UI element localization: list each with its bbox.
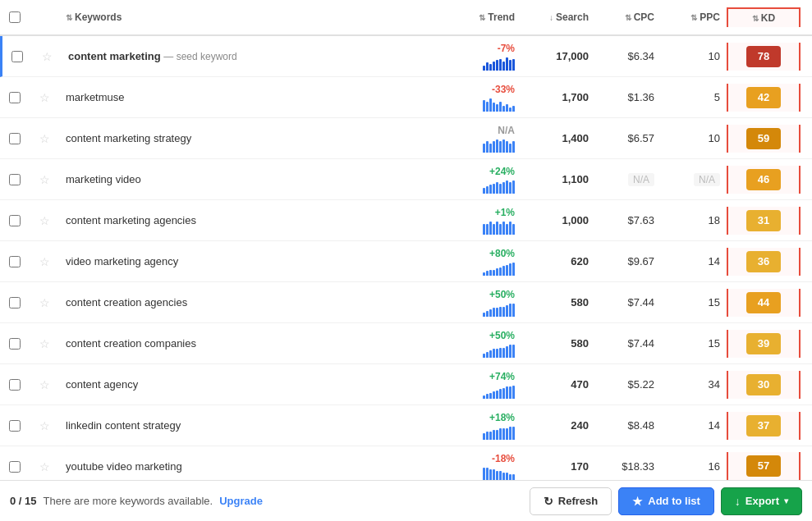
row-star[interactable]: ☆ (30, 378, 59, 391)
star-icon[interactable]: ☆ (39, 337, 50, 350)
row-ppc: 14 (661, 252, 727, 271)
row-kd: 78 (727, 43, 801, 71)
row-checkbox[interactable] (0, 297, 30, 308)
sort-icon-kd: ⇅ (752, 14, 759, 23)
row-checkbox[interactable] (0, 174, 30, 185)
header-checkbox-col[interactable] (0, 11, 30, 23)
row-star[interactable]: ☆ (30, 255, 59, 268)
row-search: 17,000 (521, 47, 595, 66)
star-icon[interactable]: ☆ (39, 91, 50, 104)
table-row: ☆ content marketing strategy N/A 1,400 $… (0, 118, 812, 159)
row-checkbox[interactable] (0, 379, 30, 391)
row-ppc: N/A (661, 170, 727, 189)
header-ppc[interactable]: ⇅ PPC (661, 8, 727, 26)
row-cpc: $5.22 (595, 375, 661, 394)
row-search: 580 (521, 293, 595, 312)
row-trend: +1% (415, 203, 521, 238)
row-keyword: content marketing — seed keyword (62, 47, 415, 66)
header-kd[interactable]: ⇅ KD (727, 7, 801, 27)
export-button[interactable]: ↓ Export ▾ (721, 487, 802, 515)
kd-badge: 31 (746, 210, 781, 231)
sort-icon-trend: ⇅ (479, 13, 485, 22)
kd-badge: 57 (746, 455, 781, 477)
table-row: ☆ content agency +74% 470 $5.22 34 30 (0, 364, 812, 405)
sort-icon-cpc: ⇅ (625, 13, 631, 22)
row-star[interactable]: ☆ (30, 214, 59, 227)
row-keyword: content creation agencies (59, 293, 415, 312)
row-kd: 30 (727, 371, 801, 399)
row-keyword: content agency (59, 375, 415, 394)
row-star[interactable]: ☆ (30, 91, 59, 104)
row-trend: -18% (415, 450, 521, 481)
row-search: 1,700 (521, 88, 595, 107)
select-all-checkbox[interactable] (9, 11, 21, 23)
row-kd: 59 (727, 125, 801, 153)
star-icon[interactable]: ☆ (39, 255, 50, 268)
row-star[interactable]: ☆ (30, 337, 59, 350)
row-star[interactable]: ☆ (32, 50, 62, 63)
row-checkbox[interactable] (0, 420, 30, 432)
row-ppc: 16 (661, 457, 727, 476)
star-icon[interactable]: ☆ (39, 419, 50, 432)
star-icon[interactable]: ☆ (39, 132, 50, 145)
kd-badge: 42 (746, 87, 781, 108)
row-trend: +74% (415, 368, 521, 402)
row-search: 1,100 (521, 170, 595, 189)
export-chevron-icon: ▾ (784, 496, 788, 505)
row-star[interactable]: ☆ (30, 296, 59, 309)
row-trend: +18% (415, 409, 521, 443)
row-checkbox[interactable] (0, 338, 30, 350)
row-cpc: $18.33 (595, 457, 661, 476)
row-kd: 31 (727, 207, 801, 235)
row-checkbox[interactable] (0, 256, 30, 267)
row-checkbox[interactable] (2, 51, 32, 62)
header-trend[interactable]: ⇅ Trend (415, 8, 521, 26)
row-trend: +24% (415, 162, 521, 197)
row-cpc: $8.48 (595, 416, 661, 435)
row-kd: 44 (727, 289, 801, 317)
keyword-count: 0 / 15 (10, 495, 37, 507)
header-search[interactable]: ↓ Search (521, 8, 595, 26)
row-checkbox[interactable] (0, 92, 30, 103)
row-checkbox[interactable] (0, 215, 30, 226)
row-star[interactable]: ☆ (30, 132, 59, 145)
header-cpc[interactable]: ⇅ CPC (595, 8, 661, 26)
row-kd: 36 (727, 248, 801, 276)
row-checkbox[interactable] (0, 461, 30, 473)
star-icon[interactable]: ☆ (39, 296, 50, 309)
row-keyword: marketmuse (59, 88, 415, 107)
row-trend: N/A (415, 121, 521, 156)
refresh-button[interactable]: ↻ Refresh (530, 487, 612, 515)
row-keyword: content marketing agencies (59, 211, 415, 230)
row-ppc: 34 (661, 375, 727, 394)
header-keywords[interactable]: ⇅ Keywords (59, 8, 415, 26)
row-keyword: content creation companies (59, 334, 415, 353)
row-cpc: $7.44 (595, 334, 661, 353)
row-cpc: $6.57 (595, 129, 661, 148)
table-row: ☆ content marketing agencies +1% 1,000 $… (0, 200, 812, 241)
row-star[interactable]: ☆ (30, 173, 59, 186)
upgrade-link[interactable]: Upgrade (219, 495, 263, 507)
row-keyword: youtube video marketing (59, 457, 415, 476)
star-icon[interactable]: ☆ (39, 460, 50, 473)
table-row: ☆ linkedin content strategy +18% 240 $8.… (0, 405, 812, 446)
table-row: ☆ marketmuse -33% 1,700 $1.36 5 42 (0, 77, 812, 118)
row-keyword: video marketing agency (59, 252, 415, 271)
add-to-list-button[interactable]: ★ Add to list (618, 487, 714, 515)
star-icon: ★ (632, 495, 643, 508)
row-checkbox[interactable] (0, 133, 30, 144)
row-ppc: 15 (661, 334, 727, 353)
row-keyword: marketing video (59, 170, 415, 189)
row-cpc: $6.34 (595, 47, 661, 66)
star-icon[interactable]: ☆ (39, 378, 50, 391)
row-cpc: $1.36 (595, 88, 661, 107)
row-search: 1,400 (521, 129, 595, 148)
table-body: ☆ content marketing — seed keyword -7% 1… (0, 36, 812, 480)
star-icon[interactable]: ☆ (39, 173, 50, 186)
star-icon[interactable]: ☆ (42, 50, 53, 63)
table-header: ⇅ Keywords ⇅ Trend ↓ Search ⇅ CPC ⇅ PPC … (0, 0, 812, 36)
row-star[interactable]: ☆ (30, 419, 59, 432)
row-star[interactable]: ☆ (30, 460, 59, 473)
kd-badge: 78 (746, 46, 781, 67)
star-icon[interactable]: ☆ (39, 214, 50, 227)
